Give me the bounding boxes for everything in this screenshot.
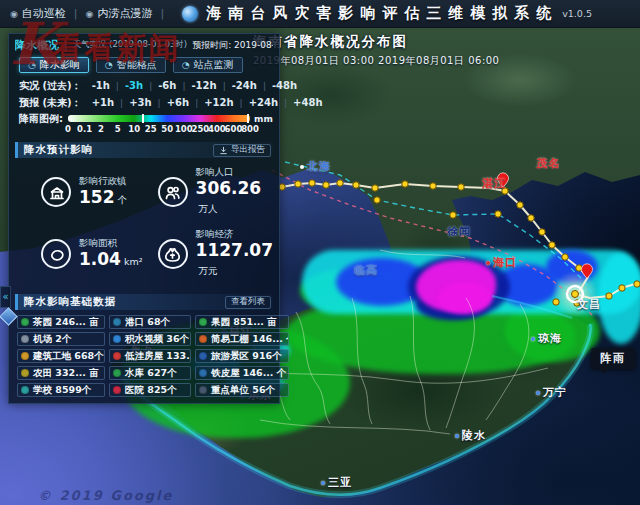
past-chip--6h[interactable]: -6h (152, 80, 182, 91)
track-point-icon[interactable] (402, 181, 408, 187)
track-point-icon[interactable] (553, 299, 559, 305)
track-point-icon[interactable] (528, 215, 534, 221)
rain-legend-ticks: 00.125102550100250400600800 (68, 124, 250, 134)
top-bar: ◉自动巡检|◉内涝点漫游| 海南台风灾害影响评估三维模拟系统 v1.0.5 (0, 0, 640, 28)
city-label-琼海[interactable]: 琼海 (531, 331, 562, 346)
legend-tick: 400 (208, 124, 226, 134)
legend-tick: 100 (175, 124, 193, 134)
track-point-icon[interactable] (562, 254, 568, 260)
stat-text: 影响人口306.26万人 (196, 166, 273, 218)
menu-item-2[interactable]: ◉内涝点漫游 (78, 6, 161, 21)
basic-item-14[interactable]: 医院 825个 (109, 383, 191, 397)
city-label-三亚[interactable]: 三亚 (321, 475, 352, 490)
basic-item-10[interactable]: 农田 332... 亩 (17, 366, 105, 380)
city-label-徐闻[interactable]: 徐闻 (447, 224, 471, 239)
track-point-icon[interactable] (634, 281, 640, 287)
download-icon (219, 146, 228, 155)
future-chip-+3h[interactable]: +3h (123, 97, 157, 108)
city-dot-icon (536, 391, 540, 395)
basic-item-13[interactable]: 学校 8599个 (17, 383, 105, 397)
track-point-icon[interactable] (619, 285, 625, 291)
future-chip-+6h[interactable]: +6h (161, 97, 195, 108)
track-point-icon[interactable] (606, 293, 612, 299)
basic-item-9[interactable]: 旅游景区 916个 (195, 349, 289, 363)
red-location-marker-icon[interactable] (581, 264, 592, 278)
mode-button-label: 智能格点 (117, 58, 157, 72)
track-point-icon[interactable] (450, 212, 456, 218)
past-chip--1h[interactable]: -1h (86, 80, 116, 91)
future-chip-+48h[interactable]: +48h (287, 97, 328, 108)
legend-tick: 600 (225, 124, 243, 134)
basic-item-11[interactable]: 水库 627个 (109, 366, 191, 380)
track-point-icon[interactable] (549, 242, 555, 248)
menu-item-1[interactable]: ◉自动巡检 (2, 6, 74, 21)
area-icon (41, 239, 71, 269)
track-point-icon[interactable] (458, 184, 464, 190)
basic-item-1[interactable]: 茶园 246... 亩 (17, 315, 105, 329)
city-label-茂名[interactable]: 茂名 (536, 156, 560, 171)
city-label-湛江[interactable]: 湛江 (482, 176, 506, 191)
city-label-文昌[interactable]: 文昌 (577, 297, 601, 312)
city-dot-icon (531, 337, 535, 341)
future-chip-+1h[interactable]: +1h (86, 97, 120, 108)
city-label-临高[interactable]: 临高 (354, 263, 378, 278)
basic-item-4[interactable]: 机场 2个 (17, 332, 105, 346)
basic-section-title: 降水影响基础数据 (24, 295, 116, 309)
basic-item-3[interactable]: 果园 851... 亩 (195, 315, 289, 329)
past-chip--48h[interactable]: -48h (266, 80, 303, 91)
track-point-icon[interactable] (309, 180, 315, 186)
track-point-icon[interactable] (323, 182, 329, 188)
city-label-text: 湛江 (482, 176, 506, 191)
stat-value: 306.26万人 (196, 179, 273, 218)
track-point-icon[interactable] (430, 183, 436, 189)
rain-legend-body: mm 00.125102550100250400600800 (68, 114, 258, 136)
basic-item-text: 低洼房屋 133... 个 (125, 350, 191, 363)
past-chip--3h[interactable]: -3h (119, 80, 149, 91)
menu-item-label: 自动巡检 (22, 6, 66, 21)
track-point-icon[interactable] (374, 197, 380, 203)
view-list-button[interactable]: 查看列表 (225, 296, 271, 309)
future-chip-+12h[interactable]: +12h (198, 97, 239, 108)
city-label-陵水[interactable]: 陵水 (455, 428, 486, 443)
track-point-icon[interactable] (495, 211, 501, 217)
city-dot-icon (455, 434, 459, 438)
category-dot-icon (21, 386, 29, 394)
stat-value: 152个 (79, 188, 127, 209)
city-label-海口[interactable]: 海口 (486, 255, 517, 270)
basic-item-8[interactable]: 低洼房屋 133... 个 (109, 349, 191, 363)
city-label-text: 徐闻 (447, 224, 471, 239)
past-chip--12h[interactable]: -12h (185, 80, 222, 91)
export-report-button[interactable]: 导出报告 (213, 144, 271, 157)
past-chip--24h[interactable]: -24h (226, 80, 263, 91)
basic-item-7[interactable]: 建筑工地 668个 (17, 349, 105, 363)
track-point-icon[interactable] (539, 229, 545, 235)
mode-button-2[interactable]: ◔智能格点 (96, 57, 166, 73)
app-title-wrap: 海南台风灾害影响评估三维模拟系统 v1.0.5 (182, 4, 592, 23)
panel-tab[interactable]: 降水概况 (15, 38, 59, 53)
track-point-icon[interactable] (353, 182, 359, 188)
panel-collapse-button[interactable]: « (0, 286, 11, 308)
basic-item-6[interactable]: 简易工棚 146... 个 (195, 332, 289, 346)
basic-item-15[interactable]: 重点单位 56个 (195, 383, 289, 397)
impact-stats-grid: 影响行政镇152个影响人口306.26万人影响面积1.04km²影响经济1127… (15, 158, 273, 288)
city-label-北海[interactable]: 北海 (300, 159, 331, 174)
legend-tick: 800 (241, 124, 259, 134)
category-dot-icon (21, 352, 29, 360)
track-point-icon[interactable] (517, 202, 523, 208)
city-label-text: 三亚 (328, 475, 352, 490)
track-point-icon[interactable] (295, 181, 301, 187)
future-chip-+24h[interactable]: +24h (243, 97, 284, 108)
track-point-icon[interactable] (337, 180, 343, 186)
basic-item-5[interactable]: 积水视频 36个 (109, 332, 191, 346)
basic-item-2[interactable]: 港口 68个 (109, 315, 191, 329)
city-label-万宁[interactable]: 万宁 (536, 385, 567, 400)
mode-button-1[interactable]: ◔降水影响 (19, 57, 89, 73)
mode-button-3[interactable]: ◔站点监测 (173, 57, 243, 73)
stat-2: 影响人口306.26万人 (158, 166, 273, 218)
rain-legend-label: 降雨图例: (19, 114, 63, 136)
menu-item-label: 内涝点漫游 (97, 6, 152, 21)
basic-item-12[interactable]: 铁皮屋 146... 个 (195, 366, 289, 380)
track-point-icon[interactable] (372, 185, 378, 191)
app-window: 北海茂名湛江徐闻临高海口文昌琼海万宁陵水三亚东方昌江乐东 阵雨 海南省降水概况分… (0, 0, 640, 505)
typhoon-track-line (282, 183, 638, 298)
